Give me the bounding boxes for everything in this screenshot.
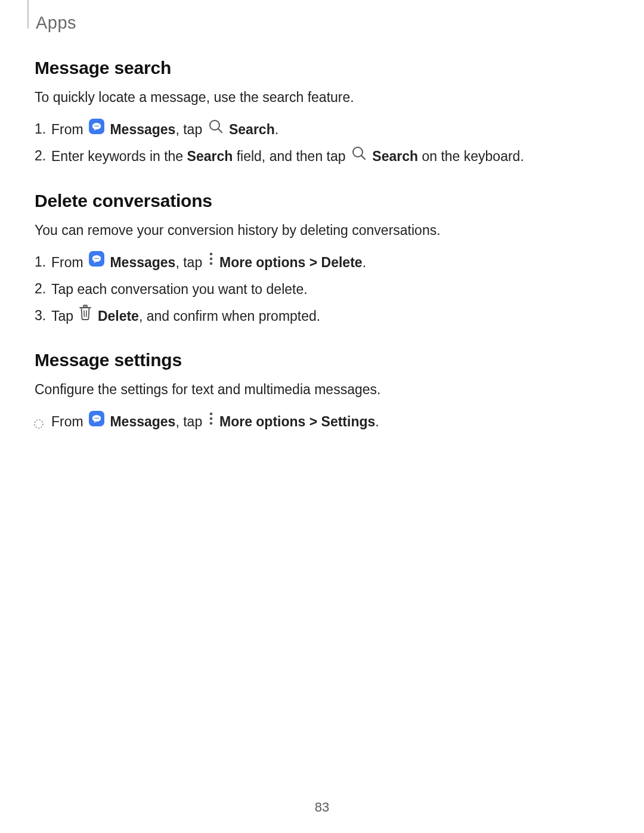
svg-point-3	[96, 125, 97, 126]
step-text: on the keyboard.	[418, 149, 524, 165]
svg-point-11	[94, 258, 95, 259]
header-title: Apps	[36, 13, 644, 33]
search-keyboard-label: Search	[372, 149, 418, 165]
step-item: From Messages, tap More options > Settin…	[51, 411, 609, 433]
more-options-label: More options	[219, 255, 305, 270]
intro-message-search: To quickly locate a message, use the sea…	[35, 88, 609, 107]
search-field-label: Search	[187, 149, 233, 165]
svg-point-28	[209, 417, 212, 420]
heading-message-search: Message search	[35, 58, 609, 78]
step-text: From	[51, 414, 87, 429]
search-label: Search	[229, 122, 275, 137]
messages-app-icon	[89, 251, 104, 273]
step-text: Tap	[51, 308, 77, 324]
svg-point-21	[35, 420, 43, 428]
svg-line-6	[218, 129, 222, 132]
svg-point-29	[209, 422, 212, 425]
svg-point-24	[94, 417, 95, 419]
step-text: field, and then tap	[233, 149, 349, 165]
step-text: .	[363, 255, 366, 270]
step-text: From	[51, 255, 87, 270]
svg-line-8	[361, 156, 365, 159]
step-item: Tap Delete, and confirm when prompted.	[51, 305, 609, 327]
step-text: Enter keywords in the	[51, 149, 187, 165]
steps-delete-conversations: From Messages, tap More options > Delete…	[35, 252, 609, 327]
messages-app-icon	[89, 119, 104, 141]
svg-point-26	[98, 417, 99, 419]
three-dots-vertical-icon	[208, 251, 214, 273]
section-message-search: Message search To quickly locate a messa…	[35, 58, 609, 168]
step-item: From Messages, tap More options > Delete…	[51, 252, 609, 274]
step-text: From	[51, 122, 87, 137]
page-header: Apps	[0, 0, 644, 33]
dashed-circle-icon	[33, 414, 44, 436]
chevron-text: >	[305, 414, 321, 429]
svg-point-15	[209, 258, 212, 261]
delete-label: Delete	[321, 255, 363, 270]
svg-point-2	[94, 125, 95, 126]
messages-app-icon	[89, 411, 104, 433]
step-text: , tap	[175, 122, 206, 137]
step-text: .	[275, 122, 278, 137]
svg-point-14	[209, 253, 212, 256]
svg-point-13	[98, 258, 99, 259]
messages-label: Messages	[110, 255, 175, 270]
step-text: , tap	[175, 414, 206, 429]
step-text: Tap each conversation you want to delete…	[51, 281, 308, 297]
heading-message-settings: Message settings	[35, 350, 609, 370]
heading-delete-conversations: Delete conversations	[35, 191, 609, 211]
step-item: From Messages, tap Search.	[51, 119, 609, 141]
chevron-text: >	[305, 255, 321, 270]
svg-point-27	[209, 413, 212, 416]
step-item: Enter keywords in the Search field, and …	[51, 145, 609, 168]
section-message-settings: Message settings Configure the settings …	[35, 350, 609, 433]
settings-label: Settings	[321, 414, 376, 429]
three-dots-vertical-icon	[208, 411, 214, 433]
magnifier-icon	[351, 145, 367, 168]
messages-label: Messages	[110, 414, 175, 429]
svg-point-12	[96, 258, 97, 259]
magnifier-icon	[208, 119, 224, 141]
page-content: Message search To quickly locate a messa…	[0, 33, 644, 433]
delete-label: Delete	[98, 308, 139, 324]
svg-rect-17	[83, 305, 87, 307]
intro-delete-conversations: You can remove your conversion history b…	[35, 221, 609, 240]
messages-label: Messages	[110, 122, 175, 137]
steps-message-settings: From Messages, tap More options > Settin…	[35, 411, 609, 433]
page-number: 83	[0, 800, 644, 815]
header-rule	[27, 0, 29, 29]
more-options-label: More options	[219, 414, 305, 429]
trash-icon	[79, 305, 92, 327]
intro-message-settings: Configure the settings for text and mult…	[35, 380, 609, 399]
svg-point-25	[96, 417, 97, 419]
svg-point-16	[209, 262, 212, 265]
step-item: Tap each conversation you want to delete…	[51, 278, 609, 301]
step-text: , and confirm when prompted.	[139, 308, 320, 324]
section-delete-conversations: Delete conversations You can remove your…	[35, 191, 609, 327]
step-text: , tap	[175, 255, 206, 270]
step-text: .	[375, 414, 379, 429]
steps-message-search: From Messages, tap Search. Enter keyword…	[35, 119, 609, 168]
svg-point-4	[98, 125, 99, 126]
